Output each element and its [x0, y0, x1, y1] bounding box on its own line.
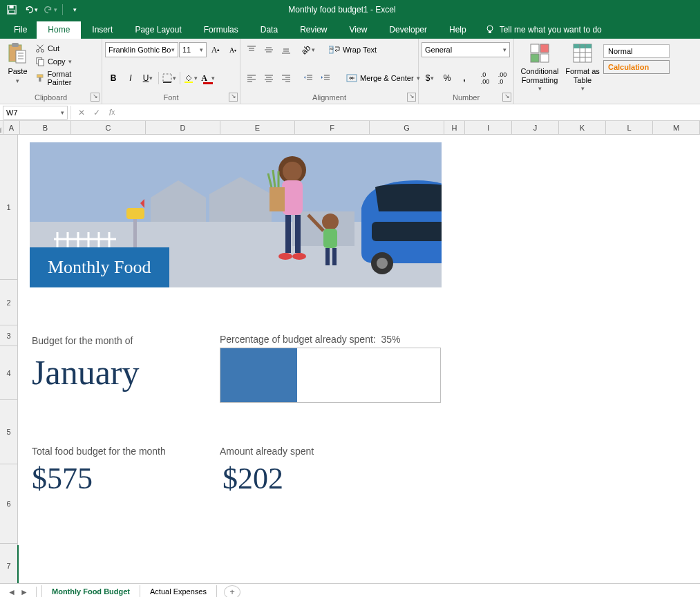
row-header-1[interactable]: 1 — [0, 135, 17, 280]
paste-button[interactable]: Paste ▾ — [3, 41, 32, 86]
tab-file[interactable]: File — [4, 21, 37, 39]
tab-review[interactable]: Review — [289, 21, 338, 39]
column-header-H[interactable]: H — [444, 121, 465, 134]
add-sheet-button[interactable]: + — [224, 585, 240, 598]
paste-icon — [6, 42, 28, 64]
svg-point-82 — [322, 214, 339, 230]
sheet-tab-actual-expenses[interactable]: Actual Expenses — [140, 585, 217, 597]
budget-month-label: Budget for the month of — [32, 335, 133, 346]
increase-indent-button[interactable] — [317, 70, 334, 86]
format-as-table-button[interactable]: Format as Table▾ — [562, 41, 603, 94]
column-header-B[interactable]: B — [20, 121, 71, 134]
fill-color-button[interactable]: ▾ — [182, 70, 199, 86]
copy-button[interactable]: Copy ▾ — [32, 55, 99, 68]
sheet-tab-monthly-food-budget[interactable]: Monthly Food Budget — [41, 585, 140, 598]
cells-area[interactable]: Monthly Food Budget for the month of Jan… — [18, 135, 700, 583]
align-left-button[interactable] — [243, 70, 260, 86]
number-format-dropdown[interactable]: General▾ — [422, 42, 510, 57]
tab-insert[interactable]: Insert — [81, 21, 124, 39]
font-name-dropdown[interactable]: Franklin Gothic Bo▾ — [105, 42, 178, 57]
column-header-E[interactable]: E — [220, 121, 295, 134]
group-number: General▾ $▾ % , .0.00 .00.0 Number ↘ — [419, 39, 514, 104]
orientation-button[interactable]: ab▾ — [300, 42, 316, 57]
column-header-K[interactable]: K — [559, 121, 606, 134]
align-right-button[interactable] — [278, 70, 294, 86]
borders-button[interactable]: ▾ — [161, 70, 178, 86]
save-button[interactable] — [3, 1, 21, 18]
formula-input[interactable] — [122, 106, 700, 120]
decrease-indent-button[interactable] — [300, 70, 316, 86]
number-launcher[interactable]: ↘ — [502, 93, 511, 102]
tab-home[interactable]: Home — [37, 21, 81, 39]
decrease-font-button[interactable]: A▾ — [225, 42, 241, 57]
redo-button[interactable]: ▾ — [41, 1, 59, 18]
row-header-6[interactable]: 6 — [0, 464, 17, 544]
group-styles: Conditional Formatting▾ Format as Table▾… — [514, 39, 683, 104]
tab-page-layout[interactable]: Page Layout — [124, 21, 192, 39]
enter-formula-button[interactable]: ✓ — [89, 106, 104, 120]
percent-format-button[interactable]: % — [439, 70, 455, 86]
increase-font-button[interactable]: A▴ — [207, 42, 224, 57]
tab-data[interactable]: Data — [249, 21, 289, 39]
column-header-D[interactable]: D — [146, 121, 220, 134]
tab-developer[interactable]: Developer — [378, 21, 438, 39]
select-all-button[interactable] — [0, 121, 3, 134]
cell-style-normal[interactable]: Normal — [603, 44, 670, 58]
format-painter-button[interactable]: Format Painter — [32, 68, 99, 88]
svg-rect-78 — [295, 215, 301, 253]
align-center-button[interactable] — [261, 70, 277, 86]
cancel-formula-button[interactable]: ✕ — [74, 106, 89, 120]
selection-edge — [17, 545, 19, 583]
font-color-button[interactable]: A▾ — [200, 70, 216, 86]
svg-rect-53 — [540, 44, 549, 53]
merge-center-button[interactable]: Merge & Center ▾ — [343, 72, 426, 84]
cell-style-calculation[interactable]: Calculation — [603, 60, 670, 74]
clipboard-launcher[interactable]: ↘ — [91, 93, 100, 102]
column-header-L[interactable]: L — [606, 121, 653, 134]
insert-function-button[interactable]: fx — [104, 106, 120, 120]
align-middle-button[interactable] — [261, 42, 277, 57]
row-header-5[interactable]: 5 — [0, 400, 17, 464]
sheet-nav-next[interactable]: ► — [18, 586, 30, 598]
svg-line-13 — [38, 45, 43, 50]
alignment-launcher[interactable]: ↘ — [407, 93, 416, 102]
title-bar: ▾ ▾ ▾ Monthly food budget1 - Excel — [0, 0, 700, 19]
column-header-G[interactable]: G — [370, 121, 444, 134]
row-header-7[interactable]: 7 — [0, 544, 17, 583]
underline-button[interactable]: U▾ — [140, 70, 156, 86]
name-box[interactable]: W7▾ — [3, 106, 68, 120]
svg-point-75 — [283, 162, 302, 181]
sheet-nav-prev[interactable]: ◄ — [6, 586, 18, 598]
italic-button[interactable]: I — [122, 70, 139, 86]
column-header-F[interactable]: F — [295, 121, 370, 134]
customize-qat[interactable]: ▾ — [66, 1, 84, 18]
undo-button[interactable]: ▾ — [22, 1, 40, 18]
row-header-2[interactable]: 2 — [0, 280, 17, 325]
accounting-format-button[interactable]: $▾ — [422, 70, 438, 86]
column-header-J[interactable]: J — [512, 121, 559, 134]
font-launcher[interactable]: ↘ — [229, 93, 238, 102]
cut-button[interactable]: Cut — [32, 42, 99, 55]
column-header-C[interactable]: C — [71, 121, 146, 134]
font-size-dropdown[interactable]: 11▾ — [179, 42, 207, 57]
tab-help[interactable]: Help — [438, 21, 477, 39]
column-header-M[interactable]: M — [653, 121, 700, 134]
row-header-3[interactable]: 3 — [0, 325, 17, 346]
svg-rect-87 — [372, 222, 442, 241]
svg-rect-6 — [12, 43, 19, 47]
column-header-I[interactable]: I — [465, 121, 512, 134]
row-header-4[interactable]: 4 — [0, 346, 17, 400]
increase-decimal-button[interactable]: .0.00 — [477, 70, 493, 86]
table-icon — [571, 42, 594, 64]
align-bottom-button[interactable] — [278, 42, 294, 57]
conditional-formatting-button[interactable]: Conditional Formatting▾ — [517, 41, 562, 94]
align-top-button[interactable] — [243, 42, 260, 57]
tell-me-search[interactable]: Tell me what you want to do — [477, 21, 609, 39]
column-header-A[interactable]: A — [3, 121, 20, 134]
comma-format-button[interactable]: , — [456, 70, 473, 86]
decrease-decimal-button[interactable]: .00.0 — [494, 70, 511, 86]
bold-button[interactable]: B — [105, 70, 122, 86]
tab-view[interactable]: View — [339, 21, 379, 39]
wrap-text-button[interactable]: abWrap Text — [326, 44, 409, 56]
tab-formulas[interactable]: Formulas — [193, 21, 249, 39]
